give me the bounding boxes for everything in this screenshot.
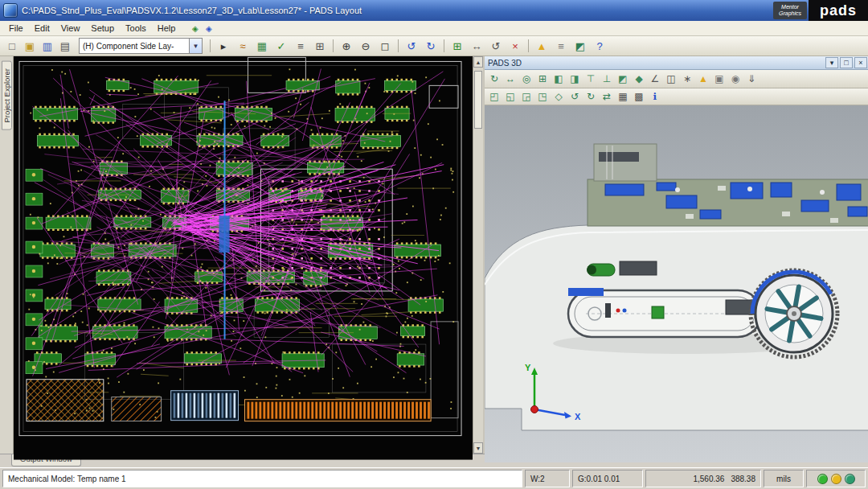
statusbar: Mechanical Model: Temp name 1 W:2 G:0.01… — [0, 467, 868, 489]
toolbar-icon-group: ▸≈▦✓≡⊞⊕⊖◻↺↻⊞↔↺×▲≡◩? — [207, 37, 608, 55]
zoom-in-button[interactable]: ⊕ — [338, 37, 355, 55]
pan-view-button[interactable]: ↔ — [503, 72, 518, 86]
status-coord-y: 388.38 — [731, 475, 755, 483]
spin-right-button[interactable]: ↻ — [583, 89, 598, 104]
pads3d-menu-button[interactable]: ▾ — [825, 57, 838, 68]
status-units[interactable]: mils — [764, 470, 804, 487]
board-fit-button[interactable]: ◻ — [376, 37, 394, 55]
rotate-view-button[interactable]: ↻ — [487, 72, 502, 86]
menu-shortcut-blue[interactable]: ◈ — [203, 23, 215, 34]
pads3d-panel: PADS 3D ▾□× ↻↔◎⊞◧◨⊤⊥◩◆∠◫∗▲▣◉⇓ ◰◱◲◳◇↺↻⇄▦▩… — [483, 56, 868, 454]
mentor-logo-line2: Graphics — [779, 10, 801, 17]
pads3d-titlebar[interactable]: PADS 3D ▾□× — [485, 56, 868, 70]
chevron-down-icon[interactable]: ▼ — [189, 39, 202, 53]
menu-shortcut-icons: ◈◈ — [189, 23, 215, 34]
menu-help[interactable]: Help — [152, 23, 182, 34]
toolbar-separator — [398, 39, 399, 52]
layer-dropdown[interactable]: (H) Component Side Lay- ▼ — [79, 38, 203, 54]
fit-view-button[interactable]: ⊞ — [535, 72, 550, 86]
export-3d-button[interactable]: ⇓ — [744, 72, 759, 86]
window-title: C:\PADS_Stnd_Plus_Eval\PADSVX.1.2\Lesson… — [22, 6, 773, 15]
top-view-button[interactable]: ⊤ — [583, 72, 598, 86]
menu-view[interactable]: View — [55, 23, 86, 34]
redo-button[interactable]: ↻ — [422, 37, 440, 55]
cube-left-button[interactable]: ◳ — [535, 89, 550, 104]
options-button[interactable]: ≡ — [552, 37, 570, 55]
help-button[interactable]: ? — [591, 37, 608, 55]
menu-items: FileEditViewSetupToolsHelp — [3, 23, 181, 34]
cube-iso-button[interactable]: ◇ — [551, 89, 566, 104]
pads3d-window-buttons: ▾□× — [824, 57, 867, 68]
pads3d-viewport[interactable]: YX — [485, 105, 868, 454]
pads3d-canvas[interactable]: YX — [485, 105, 868, 462]
pcb-layout-pane[interactable]: ▲ ▼ — [14, 56, 483, 454]
left-view-button[interactable]: ◩ — [616, 72, 630, 86]
status-coord-x: 1,560.36 — [693, 475, 724, 483]
front-view-button[interactable]: ◧ — [551, 72, 566, 86]
drc-button[interactable]: ▲ — [533, 37, 551, 55]
verify-design-button[interactable]: ✓ — [272, 37, 290, 55]
selection-mode-button[interactable]: ▸ — [215, 37, 232, 55]
scrollbar-thumb[interactable] — [474, 71, 482, 129]
status-line-width[interactable]: W:2 — [525, 470, 570, 487]
add-component-button[interactable]: ⊞ — [448, 37, 466, 55]
rotate-button[interactable]: ↺ — [487, 37, 505, 55]
toolbar-separator — [444, 39, 444, 52]
warning-indicator[interactable]: ▲ — [696, 72, 710, 86]
toolbar-separator — [528, 39, 529, 52]
route-mode-button[interactable]: ≈ — [234, 37, 252, 55]
cube-top-button[interactable]: ◰ — [487, 89, 502, 104]
axis-y-label: Y — [525, 363, 531, 372]
components-3d-button[interactable]: ▩ — [632, 89, 646, 104]
axis-x-label: X — [575, 412, 581, 421]
undo-button[interactable]: ↺ — [403, 37, 420, 55]
delete-button[interactable]: × — [506, 37, 524, 55]
measure-button[interactable]: ∠ — [648, 72, 662, 86]
section-button[interactable]: ◫ — [664, 72, 678, 86]
main-area: Project Explorer ▲ ▼ PADS 3D ▾□× ↻↔◎⊞◧◨⊤… — [0, 56, 868, 454]
new-button[interactable]: □ — [3, 37, 21, 55]
snapshot-button[interactable]: ▣ — [712, 72, 727, 86]
pcb-vertical-scrollbar[interactable]: ▲ ▼ — [473, 56, 483, 454]
project-explorer-tab[interactable]: Project Explorer — [2, 61, 12, 130]
scrollbar-track[interactable] — [473, 68, 483, 442]
status-grid[interactable]: G:0.01 0.01 — [572, 470, 643, 487]
toolbar-separator — [210, 39, 211, 52]
move-button[interactable]: ↔ — [468, 37, 485, 55]
bottom-view-button[interactable]: ⊥ — [600, 72, 614, 86]
zoom-view-button[interactable]: ◎ — [519, 72, 534, 86]
menu-shortcut-green[interactable]: ◈ — [189, 23, 201, 34]
scroll-down-arrow[interactable]: ▼ — [473, 442, 483, 454]
pads3d-float-button[interactable]: □ — [840, 57, 853, 68]
print-button[interactable]: ▤ — [56, 37, 74, 55]
grid-button[interactable]: ⊞ — [311, 37, 329, 55]
status-led-group — [806, 470, 866, 487]
cube-front-button[interactable]: ◱ — [503, 89, 518, 104]
view-3d-button[interactable]: ◩ — [571, 37, 589, 55]
menu-tools[interactable]: Tools — [120, 23, 152, 34]
menu-file[interactable]: File — [3, 23, 29, 34]
design-toolbar-button[interactable]: ▦ — [253, 37, 271, 55]
iso-view-button[interactable]: ◆ — [632, 72, 646, 86]
menu-edit[interactable]: Edit — [29, 23, 55, 34]
scroll-up-arrow[interactable]: ▲ — [473, 56, 483, 68]
swap-view-button[interactable]: ⇄ — [600, 89, 614, 104]
save-button[interactable]: ▥ — [39, 37, 56, 55]
cube-right-button[interactable]: ◲ — [519, 89, 534, 104]
pads3d-title: PADS 3D — [488, 59, 824, 68]
menu-setup[interactable]: Setup — [85, 23, 120, 34]
status-led-green — [817, 474, 828, 484]
explode-button[interactable]: ∗ — [680, 72, 694, 86]
main-toolbar: □▣▥▤ (H) Component Side Lay- ▼ ▸≈▦✓≡⊞⊕⊖◻… — [0, 36, 868, 56]
layers-button[interactable]: ≡ — [292, 37, 309, 55]
mentor-graphics-logo: Mentor Graphics — [773, 2, 807, 19]
board-3d-button[interactable]: ▦ — [616, 89, 630, 104]
spin-left-button[interactable]: ↺ — [567, 89, 582, 104]
settings-3d-button[interactable]: ◉ — [728, 72, 743, 86]
open-button[interactable]: ▣ — [21, 37, 39, 55]
pcb-layout-canvas[interactable] — [14, 56, 473, 460]
zoom-out-button[interactable]: ⊖ — [357, 37, 375, 55]
model-info-button[interactable]: ℹ — [648, 89, 662, 104]
back-view-button[interactable]: ◨ — [567, 72, 582, 86]
pads3d-close-button[interactable]: × — [854, 57, 867, 68]
